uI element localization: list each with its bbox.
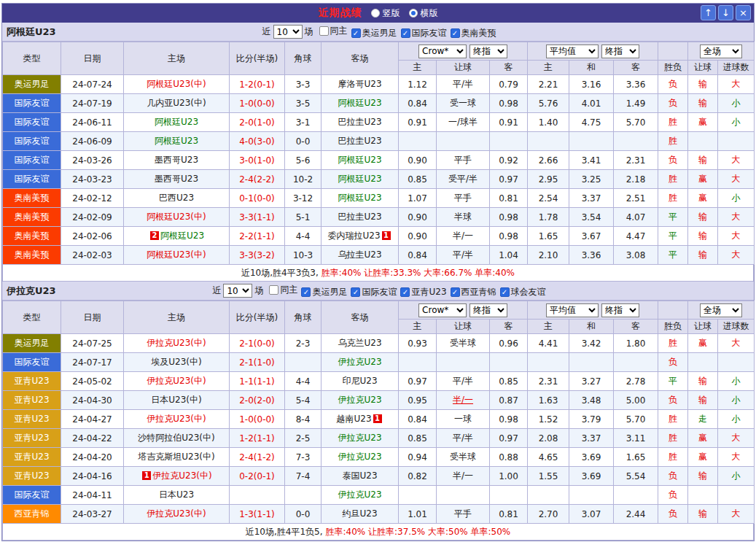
checkbox-unchecked-icon[interactable] <box>319 26 329 36</box>
handicap-line-cell: 半/一 <box>437 227 490 246</box>
home-team-cell: 阿根廷U23 <box>124 132 230 151</box>
goals-result-cell <box>718 132 755 151</box>
match-row: 亚青U2324-04-22沙特阿拉伯U23(中)1-2(1-1)2-5伊拉克U2… <box>3 429 755 448</box>
recent-count-select[interactable]: 10 <box>223 284 252 298</box>
asian-home-odds: 0.90 <box>399 208 437 227</box>
checkbox-checked-icon[interactable]: ✓ <box>451 28 460 38</box>
games-label: 场 <box>254 284 263 297</box>
scope-select[interactable]: 全场 <box>700 303 742 317</box>
filter-option[interactable]: ✓国际友谊 <box>401 27 447 39</box>
euro-home-odds: 5.76 <box>528 94 569 113</box>
away-team-name: 乌克兰U23 <box>338 338 381 348</box>
euro-away-odds: 4.07 <box>614 208 658 227</box>
filter-option[interactable]: ✓西亚青锦 <box>451 286 496 298</box>
filter-option[interactable]: ✓奥运男足 <box>351 27 397 39</box>
corner-cell: 3-5 <box>285 94 322 113</box>
close-button[interactable]: × <box>736 5 751 20</box>
radio-unchecked-icon[interactable] <box>371 9 380 18</box>
header-asian-handicap: 让球 <box>437 61 490 75</box>
score-cell: 4-0(3-0) <box>230 132 285 151</box>
result-cell: 负 <box>658 486 688 505</box>
filter-option[interactable]: ✓奥南美预 <box>451 27 496 39</box>
matches-table: 类型 日期 主场 比分(半场) 角球 客场 Crow* 终指 平均值 终指 <box>2 301 755 524</box>
checkbox-checked-icon[interactable]: ✓ <box>451 287 460 297</box>
away-team-name: 巴拉圭U23 <box>338 212 381 222</box>
asian-home-odds: 0.90 <box>399 227 437 246</box>
asian-stage-select[interactable]: 终指 <box>469 44 507 58</box>
corner-cell: 4-4 <box>285 227 322 246</box>
handicap-result-cell: 赢 <box>688 334 718 353</box>
match-type-cell: 国际友谊 <box>3 94 61 113</box>
scope-header: 全场 <box>688 301 755 320</box>
match-type-cell: 国际友谊 <box>3 170 61 189</box>
asian-home-odds: 0.94 <box>399 448 437 467</box>
move-up-button[interactable]: ↑ <box>701 5 716 20</box>
euro-draw-odds: 3.27 <box>569 372 614 391</box>
score-cell: 3-3(1-1) <box>230 208 285 227</box>
goals-result-cell: 大 <box>718 505 755 524</box>
checkbox-checked-icon[interactable]: ✓ <box>400 287 410 297</box>
asian-away-odds: 0.85 <box>490 372 528 391</box>
home-team-name: 阿根廷U23(中) <box>147 212 206 222</box>
checkbox-checked-icon[interactable]: ✓ <box>301 287 311 297</box>
home-team-name: 沙特阿拉伯U23(中) <box>138 433 214 443</box>
handicap-line-cell: 平/半 <box>437 75 490 94</box>
euro-home-odds: 1.65 <box>528 227 569 246</box>
handicap-result-cell: 输 <box>688 505 718 524</box>
result-cell: 胜 <box>658 429 688 448</box>
asian-away-odds: 0.96 <box>490 334 528 353</box>
home-team-cell: 几内亚U23(中) <box>124 94 230 113</box>
header-goals: 进球数 <box>718 320 755 334</box>
away-team-name: 伊拉克U23 <box>338 357 381 367</box>
away-team-cell: 委内瑞拉U231 <box>322 227 399 246</box>
checkbox-checked-icon[interactable]: ✓ <box>401 28 410 38</box>
close-icon: × <box>739 7 747 18</box>
checkbox-checked-icon[interactable]: ✓ <box>500 287 510 297</box>
recent-count-select[interactable]: 10 <box>273 25 303 39</box>
checkbox-checked-icon[interactable]: ✓ <box>351 28 361 38</box>
result-cell: 平 <box>658 372 688 391</box>
handicap-result-cell <box>688 132 718 151</box>
filter-option[interactable]: ✓球会友谊 <box>500 286 546 298</box>
checkbox-unchecked-icon[interactable] <box>269 285 278 295</box>
bookmaker-select[interactable]: Crow* <box>418 44 467 58</box>
euro-stage-select[interactable]: 终指 <box>601 44 639 58</box>
match-row: 国际友谊24-03-26墨西哥U233-0(1-0)5-6阿根廷U230.90平… <box>3 151 755 170</box>
euro-away-odds: 1.49 <box>614 94 658 113</box>
goals-result-cell: 大 <box>718 227 755 246</box>
layout-radio-vertical[interactable]: 竖版 <box>371 7 400 20</box>
asian-home-odds <box>399 132 437 151</box>
euro-stage-select[interactable]: 终指 <box>601 303 639 317</box>
result-cell: 负 <box>658 353 688 372</box>
filter-option[interactable]: ✓国际友谊 <box>351 286 397 298</box>
move-down-button[interactable]: ↓ <box>718 5 733 20</box>
away-team-name: 委内瑞拉U23 <box>327 231 380 241</box>
scope-select[interactable]: 全场 <box>700 44 742 58</box>
euro-home-odds: 2.95 <box>528 170 569 189</box>
away-team-name: 伊拉克U23 <box>338 489 381 500</box>
asian-home-odds: 0.84 <box>399 410 437 429</box>
asian-stage-select[interactable]: 终指 <box>469 303 507 317</box>
layout-radio-horizontal[interactable]: 横版 <box>409 7 438 20</box>
result-cell: 平 <box>658 246 688 265</box>
average-select[interactable]: 平均值 <box>546 303 599 317</box>
average-select[interactable]: 平均值 <box>546 44 599 58</box>
away-team-cell: 伊拉克U23 <box>322 353 399 372</box>
euro-draw-odds: 3.48 <box>569 391 614 410</box>
checkbox-checked-icon[interactable]: ✓ <box>351 287 360 297</box>
radio-checked-icon[interactable] <box>409 9 418 18</box>
filter-option-label: 奥运男足 <box>312 286 347 298</box>
score-cell: 1-3(1-1) <box>230 505 285 524</box>
match-type-cell: 国际友谊 <box>3 132 61 151</box>
filter-option[interactable]: 同主 <box>269 284 297 296</box>
euro-draw-odds: 3.69 <box>569 448 614 467</box>
match-type-cell: 亚青U23 <box>3 448 61 467</box>
away-team-name: 伊拉克U23 <box>338 452 381 462</box>
header-euro-away: 客 <box>614 61 658 75</box>
filter-option[interactable]: 同主 <box>319 25 348 37</box>
filter-option[interactable]: ✓奥运男足 <box>301 286 347 298</box>
away-team-name: 印尼U23 <box>342 376 377 386</box>
euro-draw-odds <box>569 486 614 505</box>
filter-option[interactable]: ✓亚青U23 <box>400 286 446 298</box>
bookmaker-select[interactable]: Crow* <box>418 303 467 317</box>
